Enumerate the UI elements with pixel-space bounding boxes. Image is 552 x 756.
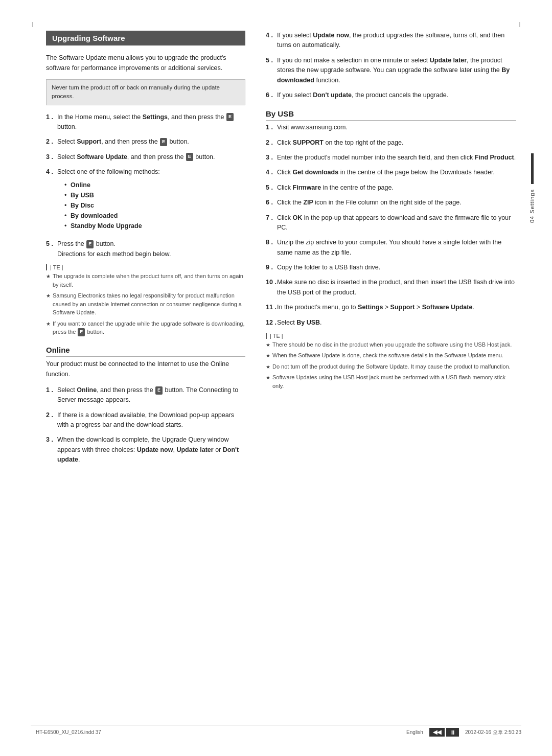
page-bottom-line	[31, 725, 521, 725]
step-5-num: 5 .	[46, 239, 57, 259]
usb-step-8: 8 . Unzip the zip archive to your comput…	[266, 238, 516, 258]
usb-step-6-num: 6 .	[266, 198, 277, 208]
warning-text: Never turn the product off or back on ma…	[52, 84, 220, 99]
btn-icon-3: E	[186, 153, 193, 161]
usb-star-3-text: Do not turn off the product during the S…	[272, 362, 511, 371]
footer-right: English ◀◀ ⏸ 2012-02-16 오후 2:50:23	[406, 728, 521, 737]
left-column: Upgrading Software The Software Update m…	[46, 31, 245, 470]
star-note-3-text: If you want to cancel the upgrade while …	[53, 319, 245, 336]
step-2-content: Select Support, and then press the E but…	[57, 137, 245, 147]
content-columns: Upgrading Software The Software Update m…	[46, 31, 516, 470]
online-step-1: 1 . Select Online, and then press the E …	[46, 385, 245, 405]
usb-step-12-content: Select By USB.	[277, 318, 516, 328]
online-step-1-content: Select Online, and then press the E butt…	[57, 385, 245, 405]
footer-btn-pause[interactable]: ⏸	[446, 728, 459, 737]
warning-box: Never turn the product off or back on ma…	[46, 79, 245, 105]
right-column: 4 . If you select Update now, the produc…	[266, 31, 516, 470]
btn-icon-cancel: E	[78, 328, 85, 336]
te-note-left: | TE |	[46, 264, 245, 270]
usb-step-8-num: 8 .	[266, 238, 277, 258]
right-step-6: 6 . If you select Don't update, the prod…	[266, 90, 516, 100]
footer-lang: English	[406, 729, 423, 735]
usb-step-3: 3 . Enter the product's model number int…	[266, 153, 516, 163]
right-step-5: 5 . If you do not make a selection in on…	[266, 56, 516, 85]
step-2: 2 . Select Support, and then press the E…	[46, 137, 245, 147]
step-3: 3 . Select Software Update, and then pre…	[46, 152, 245, 162]
usb-step-9-content: Copy the folder to a USB flash drive.	[277, 263, 516, 272]
usb-step-5: 5 . Click Firmware in the centre of the …	[266, 183, 516, 193]
right-step-6-content: If you select Don't update, the product …	[277, 90, 516, 100]
method-usb: By USB	[64, 190, 245, 200]
usb-step-5-content: Click Firmware in the centre of the page…	[277, 183, 516, 193]
usb-star-2: When the Software Update is done, check …	[266, 351, 516, 360]
usb-step-12: 12 . Select By USB.	[266, 318, 516, 328]
online-intro: Your product must be connected to the In…	[46, 359, 245, 379]
online-step-3-num: 3 .	[46, 435, 57, 465]
online-step-3-content: When the download is complete, the Upgra…	[57, 435, 245, 465]
right-step-6-num: 6 .	[266, 90, 277, 100]
step-1-num: 1 .	[46, 112, 57, 132]
usb-step-8-content: Unzip the zip archive to your computer. …	[277, 238, 516, 258]
right-step-5-num: 5 .	[266, 56, 277, 85]
right-step-4-content: If you select Update now, the product up…	[277, 31, 516, 51]
step-5: 5 . Press the E button. Directions for e…	[46, 239, 245, 259]
page: | | 04 Settings Upgrading Software The S…	[0, 0, 552, 756]
online-step-2: 2 . If there is a download available, th…	[46, 410, 245, 430]
usb-step-2-content: Click SUPPORT on the top right of the pa…	[277, 138, 516, 148]
step-3-num: 3 .	[46, 152, 57, 162]
right-step-5-content: If you do not make a selection in one mi…	[277, 56, 516, 85]
usb-step-2: 2 . Click SUPPORT on the top right of th…	[266, 138, 516, 148]
usb-step-9: 9 . Copy the folder to a USB flash drive…	[266, 263, 516, 272]
btn-icon-5: E	[86, 240, 94, 248]
usb-star-1-text: There should be no disc in the product w…	[272, 340, 512, 349]
step-4-content: Select one of the following methods: Onl…	[57, 167, 245, 234]
btn-icon-1: E	[226, 113, 234, 121]
usb-step-9-num: 9 .	[266, 263, 277, 272]
usb-step-1-num: 1 .	[266, 123, 277, 132]
usb-step-1-content: Visit www.samsung.com.	[277, 123, 516, 132]
step-1: 1 . In the Home menu, select the Setting…	[46, 112, 245, 132]
usb-step-1: 1 . Visit www.samsung.com.	[266, 123, 516, 132]
side-tab-text: 04 Settings	[529, 189, 535, 223]
step-4: 4 . Select one of the following methods:…	[46, 167, 245, 234]
step-3-content: Select Software Update, and then press t…	[57, 152, 245, 162]
usb-step-12-num: 12 .	[266, 318, 277, 328]
step-4-num: 4 .	[46, 167, 57, 234]
right-step-4-num: 4 .	[266, 31, 277, 51]
usb-step-7-num: 7 .	[266, 213, 277, 233]
star-note-1-text: The upgrade is complete when the product…	[53, 272, 245, 289]
section-header: Upgrading Software	[46, 31, 245, 45]
online-step-3: 3 . When the download is complete, the U…	[46, 435, 245, 465]
usb-step-4-content: Click Get downloads in the centre of the…	[277, 168, 516, 177]
usb-star-1: There should be no disc in the product w…	[266, 340, 516, 349]
online-title: Online	[46, 346, 245, 357]
usb-star-2-text: When the Software Update is done, check …	[272, 351, 503, 360]
usb-star-4-text: Software Updates using the USB Host jack…	[272, 373, 516, 390]
usb-step-6: 6 . Click the ZIP icon in the File colum…	[266, 198, 516, 208]
te-note-right: | TE |	[266, 333, 516, 339]
usb-step-10-content: Make sure no disc is inserted in the pro…	[277, 278, 516, 297]
footer-left: HT-E6500_XU_0216.indd 37	[36, 729, 101, 735]
usb-step-4: 4 . Click Get downloads in the centre of…	[266, 168, 516, 177]
footer-date: 2012-02-16 오후 2:50:23	[465, 729, 521, 736]
usb-step-6-content: Click the ZIP icon in the File column on…	[277, 198, 516, 208]
method-standby: Standby Mode Upgrade	[64, 221, 245, 231]
usb-step-2-num: 2 .	[266, 138, 277, 148]
star-note-1: The upgrade is complete when the product…	[46, 272, 245, 289]
usb-step-7: 7 . Click OK in the pop-up that appears …	[266, 213, 516, 233]
footer: HT-E6500_XU_0216.indd 37 English ◀◀ ⏸ 20…	[36, 728, 521, 737]
usb-step-10: 10 . Make sure no disc is inserted in th…	[266, 278, 516, 297]
usb-step-10-num: 10 .	[266, 278, 277, 297]
usb-star-3: Do not turn off the product during the S…	[266, 362, 516, 371]
btn-icon-2: E	[160, 138, 167, 146]
footer-btn-back[interactable]: ◀◀	[429, 728, 445, 737]
method-online: Online	[64, 180, 245, 190]
star-note-2: Samsung Electronics takes no legal respo…	[46, 291, 245, 317]
star-note-3: If you want to cancel the upgrade while …	[46, 319, 245, 336]
star-note-2-text: Samsung Electronics takes no legal respo…	[53, 291, 245, 317]
right-step-4: 4 . If you select Update now, the produc…	[266, 31, 516, 51]
step-5-content: Press the E button. Directions for each …	[57, 239, 245, 259]
usb-step-4-num: 4 .	[266, 168, 277, 177]
usb-step-3-content: Enter the product's model number into th…	[277, 153, 516, 163]
usb-step-5-num: 5 .	[266, 183, 277, 193]
